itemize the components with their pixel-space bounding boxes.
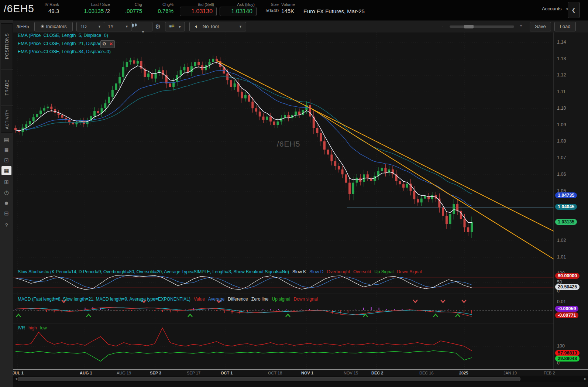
community-icon[interactable]: ☻: [1, 199, 11, 208]
collapse-panel-button[interactable]: ❮: [568, 2, 580, 18]
ivr-panel[interactable]: [13, 323, 588, 369]
chevron-down-icon: ▼: [98, 22, 101, 31]
study-title[interactable]: MACD (Fast length=8, Slow length=21, MAC…: [18, 297, 190, 302]
quote-header: /6EH5 IV Rank49.3 Last / Size 1.03135 /2…: [0, 0, 588, 20]
chart-toolbar: /6EH5 ☀ Indicators 1D▼ 1Y▼ ▼ ⚙ ⊞☰▼ ➤ No …: [13, 21, 588, 33]
ask-button[interactable]: 1.03140: [220, 7, 257, 16]
price-bubble: 57.96813: [555, 350, 580, 356]
cursor-icon: ➤: [191, 23, 201, 30]
price-bubble: 80.00000: [555, 273, 580, 279]
volume-field: Volume145K: [281, 2, 302, 14]
axis-tick-label: 1.02: [557, 238, 566, 243]
study-title[interactable]: IVR: [18, 325, 25, 331]
axis-tick-label: 1.14: [557, 40, 566, 45]
study-title[interactable]: Slow Stochastic (K Period=14, D Period=9…: [18, 269, 289, 274]
tv-icon[interactable]: ⊡: [1, 156, 11, 165]
price-bubble: 1.03135: [555, 219, 577, 225]
ema21-study-label[interactable]: EMA (Price=CLOSE, Length=21, Displace: [18, 41, 104, 46]
chart-icon[interactable]: ▦: [1, 166, 11, 175]
ivr-header: IVRhighlow: [18, 325, 50, 331]
study-settings-gear-icon[interactable]: ⚙: [102, 41, 106, 47]
legend-item: Down Signal: [397, 269, 422, 274]
news-icon[interactable]: ▤: [1, 135, 11, 144]
chevron-down-icon: ▼: [239, 22, 242, 31]
indicators-icon: ☀: [40, 24, 45, 29]
axis-tick-label: 1.01: [557, 254, 566, 260]
date-tick-label: FEB 2: [544, 371, 555, 375]
date-tick-label: SEP 3: [150, 371, 161, 375]
legend-item: Difference: [228, 297, 248, 302]
date-tick-label: OCT 18: [268, 371, 282, 375]
chevron-down-icon: ▼: [125, 22, 128, 31]
load-button[interactable]: Load: [554, 22, 576, 31]
study-edit-controls: ⚙ ✕: [100, 40, 115, 48]
macd-header: MACD (Fast length=8, Slow length=21, MAC…: [18, 297, 321, 302]
legend-item: high: [28, 325, 37, 331]
chart-settings-gear-icon[interactable]: ⚙: [155, 23, 161, 31]
axis-tick-label: 100: [557, 343, 565, 349]
legend-item: Value: [194, 297, 205, 302]
ask-label: Ask (Buy): [218, 2, 255, 7]
grid-layout-dropdown[interactable]: ⊞☰▼: [165, 22, 185, 31]
grid-accent: ☰: [171, 24, 174, 27]
price-bubble: -0.00771: [555, 312, 578, 318]
chg-pct-field: Chg%0.76%: [148, 2, 173, 14]
legend-item: Average: [208, 297, 224, 302]
date-axis[interactable]: JUL 1AUG 1AUG 19SEP 3SEP 17OCT 1OCT 18NO…: [13, 369, 588, 376]
stochastic-header: Slow Stochastic (K Period=14, D Period=9…: [18, 269, 425, 274]
axis-tick-label: 1.07: [557, 155, 566, 160]
zoom-slider-thumb[interactable]: [464, 25, 474, 28]
sidebar-tab-positions[interactable]: POSITIONS: [1, 23, 13, 69]
timeframe-dropdown[interactable]: 1D▼: [76, 22, 104, 31]
date-tick-label: AUG 1: [80, 371, 92, 375]
axis-tick-label: 0.01: [557, 299, 566, 304]
legend-item: Slow D: [309, 269, 323, 274]
date-tick-label: DEC 2: [371, 371, 383, 375]
drawing-tool-dropdown[interactable]: ➤ No Tool ▼: [189, 22, 246, 31]
axis-tick-label: 1.09: [557, 122, 566, 127]
zoom-out-label[interactable]: -: [442, 23, 443, 28]
watchlist-icon[interactable]: ≣: [1, 145, 11, 154]
sidebar-tab-activity[interactable]: ACTIVITY: [1, 106, 13, 133]
scroll-right-icon[interactable]: ►: [584, 377, 587, 381]
help-icon[interactable]: ?: [1, 221, 11, 230]
legend-item: Up Signal: [374, 269, 393, 274]
candlestick-icon: [131, 23, 137, 28]
study-remove-icon[interactable]: ✕: [109, 41, 113, 47]
date-tick-label: SEP 17: [187, 371, 200, 375]
axis-tick-label: 1.11: [557, 89, 565, 94]
legend-item: Overbought: [327, 269, 350, 274]
chart-type-dropdown[interactable]: ▼: [131, 22, 152, 31]
scrollbar-thumb[interactable]: [18, 377, 520, 381]
bid-button[interactable]: 1.03130: [180, 7, 217, 16]
ema5-study-label[interactable]: EMA (Price=CLOSE, Length=5, Displace=0): [18, 33, 108, 38]
price-axis[interactable]: 1.141.131.121.111.101.091.081.071.061.05…: [554, 32, 588, 369]
horizontal-scrollbar[interactable]: ◄ ►: [13, 376, 588, 382]
price-bubble: 1.04045: [555, 204, 577, 210]
price-chart[interactable]: [13, 32, 588, 268]
date-tick-label: OCT 1: [221, 371, 233, 375]
zoom-slider-track[interactable]: [450, 25, 514, 28]
zoom-in-label[interactable]: +: [520, 23, 522, 28]
axis-tick-label: 1.10: [557, 106, 566, 111]
dashboard-grid-icon[interactable]: ⊞: [1, 178, 11, 186]
indicators-button[interactable]: ☀ Indicators: [34, 22, 73, 31]
axis-tick-label: 1.06: [557, 172, 566, 177]
calendar-icon[interactable]: ⊟: [1, 209, 11, 218]
accounts-menu[interactable]: Accounts ▼: [542, 6, 569, 11]
date-tick-label: AUG 19: [117, 371, 131, 375]
ema34-study-label[interactable]: EMA (Price=CLOSE, Length=34, Displace=0): [18, 49, 111, 54]
sidebar-tab-trade[interactable]: TRADE: [1, 70, 13, 105]
symbol-title: /6EH5: [4, 3, 34, 15]
range-dropdown[interactable]: 1Y▼: [104, 22, 132, 31]
price-bubble: 29.88048: [555, 356, 580, 362]
legend-item: Zero line: [251, 297, 269, 302]
chart-watermark: /6EH5: [277, 140, 300, 148]
date-tick-label: 2025: [459, 371, 468, 375]
last-size-field: Last / Size 1.03135 /2: [63, 2, 110, 14]
save-button[interactable]: Save: [530, 22, 551, 31]
iv-rank-field: IV Rank49.3: [32, 2, 59, 14]
size-field: Size50x40: [258, 2, 279, 13]
price-bubble: -0.00059: [555, 306, 578, 312]
history-clock-icon[interactable]: ◷: [1, 188, 11, 197]
